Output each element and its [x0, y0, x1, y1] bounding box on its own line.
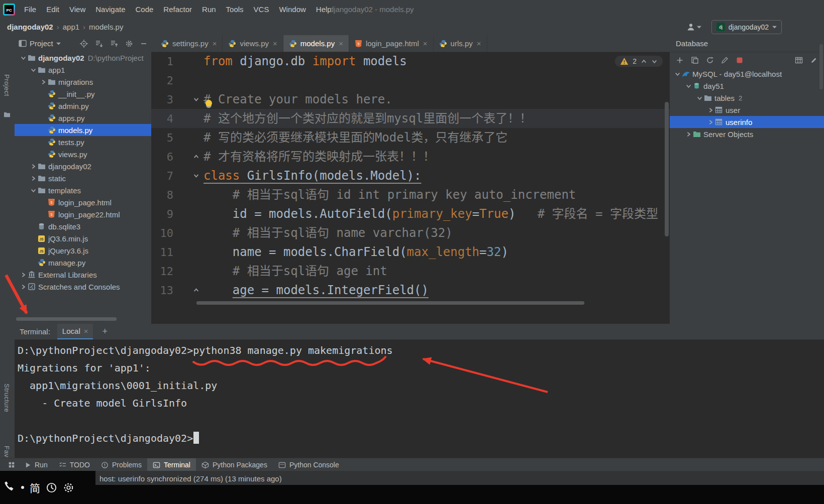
- toolwindow-python-console[interactable]: Python Console: [273, 458, 345, 471]
- project-item--init-py[interactable]: __init__.py: [15, 88, 151, 100]
- toolwindow-problems[interactable]: Problems: [95, 458, 147, 471]
- code-line-1[interactable]: 1from django.db import models: [151, 52, 670, 71]
- editor-tab-urls-py[interactable]: urls.py×: [434, 35, 487, 52]
- expand-all-icon[interactable]: [95, 40, 103, 48]
- edit-source-icon[interactable]: [721, 56, 729, 64]
- code-line-8[interactable]: 8 # 相当于sql语句 id int primary key auto_inc…: [151, 185, 670, 204]
- duplicate-icon[interactable]: [691, 56, 699, 64]
- data-view-icon[interactable]: [795, 56, 803, 64]
- code-line-4[interactable]: 4# 这个地方创一个类对应的就是到mysql里面创一个表了！！: [151, 109, 670, 128]
- menu-run[interactable]: Run: [197, 5, 221, 14]
- project-item-app1[interactable]: app1: [15, 64, 151, 76]
- close-icon[interactable]: ×: [84, 327, 88, 335]
- code-line-9[interactable]: 9 id = models.AutoField(primary_key=True…: [151, 204, 670, 223]
- settings-icon[interactable]: [125, 40, 133, 48]
- chevron-down-icon[interactable]: [29, 187, 38, 194]
- chevron-right-icon[interactable]: [706, 119, 715, 125]
- edit-icon[interactable]: [810, 56, 818, 64]
- ime-language-indicator[interactable]: 简: [30, 480, 40, 495]
- menu-code[interactable]: Code: [130, 5, 158, 14]
- project-item-login-page-html[interactable]: 5login_page.html: [15, 196, 151, 208]
- db-item-mysql-day51-localhost[interactable]: MySQL - day51@localhost: [670, 68, 824, 80]
- new-terminal-tab-button[interactable]: +: [100, 326, 110, 337]
- phone-icon[interactable]: [3, 481, 16, 494]
- refresh-icon[interactable]: [706, 56, 714, 64]
- project-item-tests-py[interactable]: tests.py: [15, 136, 151, 148]
- db-item-user[interactable]: user: [670, 104, 824, 116]
- tab-close-icon[interactable]: ×: [423, 39, 428, 48]
- folder-icon[interactable]: [4, 111, 11, 117]
- chevron-down-icon[interactable]: [29, 67, 38, 73]
- chevron-down-icon[interactable]: [19, 55, 28, 61]
- terminal-tab-local[interactable]: Local ×: [57, 324, 93, 339]
- project-item-manage-py[interactable]: manage.py: [15, 257, 151, 269]
- project-item-apps-py[interactable]: apps.py: [15, 112, 151, 124]
- menu-vcs[interactable]: VCS: [249, 5, 274, 14]
- prev-warning-icon[interactable]: [641, 58, 647, 65]
- hide-panel-icon[interactable]: [140, 40, 147, 47]
- code-line-7[interactable]: 7class GirlsInfo(models.Model):: [151, 166, 670, 185]
- code-line-12[interactable]: 12 # 相当于sql语句 age int: [151, 262, 670, 281]
- horizontal-scrollbar[interactable]: [196, 301, 584, 305]
- chevron-down-icon[interactable]: [695, 95, 704, 101]
- stop-icon[interactable]: [736, 57, 743, 64]
- project-item-external-libraries[interactable]: External Libraries: [15, 269, 151, 281]
- editor-tab-settings-py[interactable]: settings.py×: [155, 35, 223, 52]
- project-item-admin-py[interactable]: admin.py: [15, 100, 151, 112]
- code-line-11[interactable]: 11 name = models.CharField(max_length=32…: [151, 242, 670, 262]
- project-item-djangoday02[interactable]: djangoday02: [15, 160, 151, 172]
- tab-close-icon[interactable]: ×: [477, 39, 481, 48]
- locate-file-icon[interactable]: [80, 40, 88, 48]
- gear-icon[interactable]: [63, 482, 74, 493]
- chevron-down-icon[interactable]: [673, 71, 682, 77]
- code-line-6[interactable]: 6# 才有资格将所写的类映射成一张表！！！: [151, 147, 670, 166]
- breadcrumb-item-djangoday02[interactable]: djangoday02: [7, 23, 53, 31]
- db-item-server-objects[interactable]: Server Objects: [670, 128, 824, 140]
- menu-tools[interactable]: Tools: [221, 5, 249, 14]
- db-item-day51[interactable]: day51: [670, 80, 824, 92]
- next-warning-icon[interactable]: [651, 58, 658, 65]
- code-line-2[interactable]: 2: [151, 71, 670, 90]
- tool-window-switcher-icon[interactable]: [4, 458, 19, 471]
- editor-tab-login-page-html[interactable]: 5login_page.html×: [349, 35, 434, 52]
- code-line-3[interactable]: 3# Create your models here.: [151, 90, 670, 109]
- tab-close-icon[interactable]: ×: [213, 39, 217, 48]
- toolwindow-python-packages[interactable]: Python Packages: [196, 458, 273, 471]
- tool-stripe-structure[interactable]: Structure: [3, 384, 11, 412]
- code-editor[interactable]: 1from django.db import models23# Create …: [151, 52, 670, 324]
- project-item-static[interactable]: static: [15, 172, 151, 184]
- user-account-button[interactable]: [686, 23, 701, 32]
- chevron-right-icon[interactable]: [39, 79, 48, 85]
- breadcrumb-item-models-py[interactable]: models.py: [89, 23, 123, 31]
- menu-window[interactable]: Window: [274, 5, 311, 14]
- project-item-migrations[interactable]: migrations: [15, 76, 151, 88]
- clock-icon[interactable]: [46, 482, 57, 493]
- toolwindow-todo[interactable]: TODO: [53, 458, 95, 471]
- menu-refactor[interactable]: Refactor: [158, 5, 197, 14]
- breadcrumb-item-app1[interactable]: app1: [63, 23, 79, 31]
- chevron-right-icon[interactable]: [19, 272, 28, 278]
- menu-edit[interactable]: Edit: [41, 5, 64, 14]
- intention-bulb-icon[interactable]: [205, 100, 212, 106]
- chevron-right-icon[interactable]: [706, 107, 715, 113]
- project-item-db-sqlite3[interactable]: db.sqlite3: [15, 220, 151, 232]
- db-item-tables[interactable]: tables2: [670, 92, 824, 104]
- project-item-jquery3-6-js[interactable]: JSjQuery3.6.js: [15, 244, 151, 257]
- editor-tab-views-py[interactable]: views.py×: [223, 35, 283, 52]
- menu-navigate[interactable]: Navigate: [90, 5, 130, 14]
- horizontal-scrollbar[interactable]: [16, 317, 117, 321]
- chevron-down-icon[interactable]: [684, 83, 693, 89]
- chevron-right-icon[interactable]: [29, 163, 38, 170]
- chevron-down-icon[interactable]: [56, 42, 61, 45]
- project-item-scratches-and-consoles[interactable]: Scratches and Consoles: [15, 281, 151, 293]
- vertical-scrollbar[interactable]: [819, 44, 823, 89]
- terminal-output[interactable]: D:\pythonProject\djangoday02>python38 ma…: [18, 339, 824, 458]
- project-item-jq3-6-min-js[interactable]: JSjQ3.6.min.js: [15, 232, 151, 244]
- tool-stripe-project[interactable]: Project: [3, 74, 11, 96]
- pycharm-logo-icon[interactable]: PC: [3, 4, 15, 16]
- project-item-login-page22-html[interactable]: 5login_page22.html: [15, 208, 151, 220]
- menu-file[interactable]: File: [19, 5, 41, 14]
- collapse-all-icon[interactable]: [110, 40, 118, 48]
- inspections-widget[interactable]: 2: [615, 56, 663, 67]
- project-item-templates[interactable]: templates: [15, 184, 151, 196]
